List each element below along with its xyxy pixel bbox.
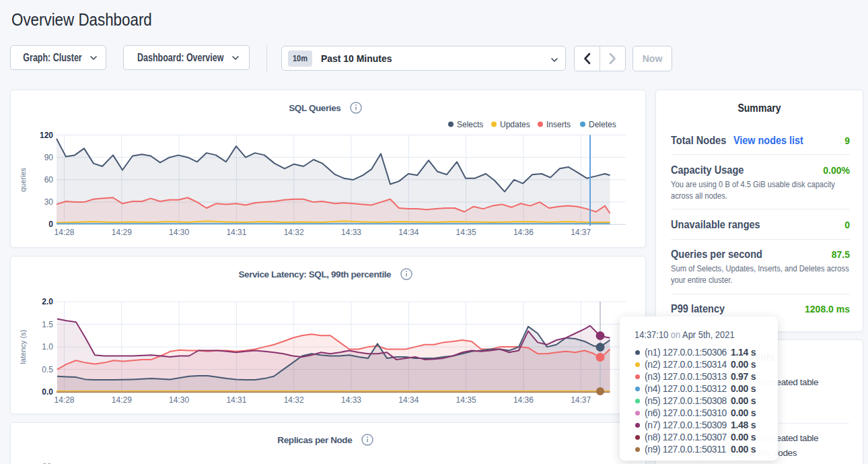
svg-text:14:31: 14:31 (226, 228, 246, 237)
svg-text:queries: queries (19, 167, 27, 192)
svg-text:1.5: 1.5 (42, 319, 53, 329)
svg-text:14:35: 14:35 (456, 228, 476, 237)
svg-text:14:32: 14:32 (284, 395, 304, 404)
svg-text:14:34: 14:34 (398, 228, 419, 237)
svg-text:latency (s): latency (s) (19, 329, 27, 364)
svg-text:0.0: 0.0 (42, 387, 53, 397)
svg-text:Selects: Selects (457, 120, 483, 129)
svg-text:14:29: 14:29 (112, 228, 132, 237)
svg-text:14:35: 14:35 (456, 395, 476, 404)
svg-text:14:28: 14:28 (54, 395, 74, 404)
svg-text:Inserts: Inserts (546, 120, 571, 129)
svg-text:14:30: 14:30 (169, 228, 189, 237)
svg-text:14:34: 14:34 (398, 395, 419, 404)
svg-text:14:36: 14:36 (513, 395, 534, 404)
svg-text:14:36: 14:36 (513, 228, 534, 237)
svg-text:14:37: 14:37 (571, 228, 591, 237)
svg-text:14:32: 14:32 (284, 228, 304, 237)
svg-text:0.5: 0.5 (42, 364, 53, 374)
svg-text:0: 0 (48, 220, 53, 229)
svg-text:90: 90 (44, 153, 54, 162)
svg-text:Updates: Updates (500, 120, 530, 129)
svg-text:14:28: 14:28 (54, 228, 74, 237)
svg-text:14:30: 14:30 (169, 395, 189, 404)
svg-text:14:37: 14:37 (571, 395, 591, 404)
svg-text:14:33: 14:33 (341, 228, 361, 237)
svg-text:60: 60 (44, 175, 54, 185)
svg-text:14:33: 14:33 (341, 395, 361, 404)
svg-text:14:31: 14:31 (226, 395, 246, 404)
svg-text:14:29: 14:29 (112, 395, 132, 404)
svg-text:1.0: 1.0 (42, 342, 53, 352)
svg-text:120: 120 (40, 131, 53, 140)
svg-text:Deletes: Deletes (589, 120, 616, 129)
svg-text:30: 30 (44, 197, 54, 207)
svg-text:2.0: 2.0 (42, 297, 53, 306)
